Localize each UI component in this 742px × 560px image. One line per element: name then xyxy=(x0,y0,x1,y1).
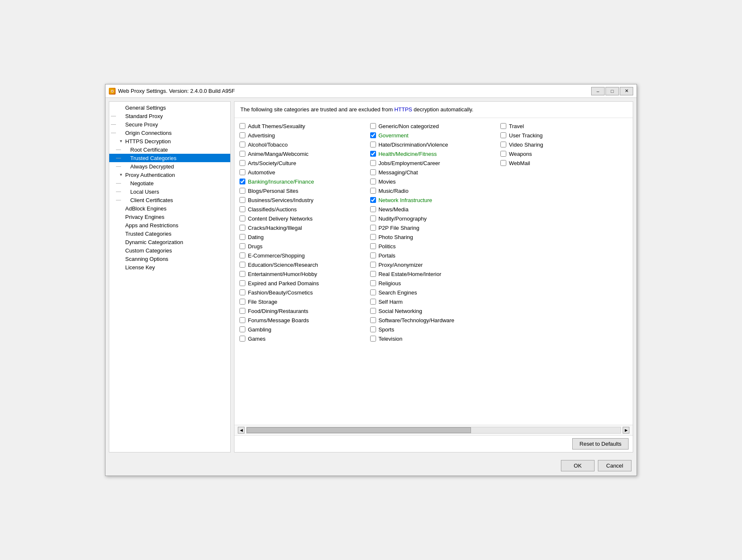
checkbox-software-tech[interactable] xyxy=(370,317,376,323)
checkbox-file-storage[interactable] xyxy=(239,299,245,305)
checkbox-advertising[interactable] xyxy=(239,132,245,138)
checkbox-adult-themes[interactable] xyxy=(239,123,245,129)
checkbox-dating[interactable] xyxy=(239,234,245,240)
checkbox-jobs[interactable] xyxy=(370,160,376,166)
category-label-religious: Religious xyxy=(379,280,401,287)
sidebar-item-local-users[interactable]: Local Users xyxy=(109,187,230,196)
restore-button[interactable]: □ xyxy=(605,87,619,95)
ok-button[interactable]: OK xyxy=(561,460,595,471)
sidebar-item-standard-proxy[interactable]: Standard Proxy xyxy=(109,112,230,120)
checkbox-cracks[interactable] xyxy=(239,225,245,231)
sidebar-item-https-decryption[interactable]: ▼HTTPS Decryption xyxy=(109,137,230,145)
sidebar-label: Always Decrypted xyxy=(129,163,174,170)
sidebar-item-trusted-categories[interactable]: Trusted Categories xyxy=(109,154,230,162)
checkbox-music-radio[interactable] xyxy=(370,188,376,194)
checkbox-banking[interactable] xyxy=(239,179,245,184)
category-label-forums: Forums/Message Boards xyxy=(248,317,309,323)
scroll-left-button[interactable]: ◀ xyxy=(238,427,245,434)
checkbox-messaging[interactable] xyxy=(370,169,376,175)
category-item-news: News/Media xyxy=(370,205,497,214)
sidebar-item-custom-categories[interactable]: Custom Categories xyxy=(109,246,230,255)
checkbox-expired-domains[interactable] xyxy=(239,280,245,286)
sidebar-item-negotiate[interactable]: Negotiate xyxy=(109,179,230,187)
sidebar-item-root-certificate[interactable]: Root Certificate xyxy=(109,145,230,154)
checkbox-games[interactable] xyxy=(239,336,245,342)
checkbox-forums[interactable] xyxy=(239,317,245,323)
sidebar-item-license-key[interactable]: License Key xyxy=(109,263,230,271)
checkbox-nudity[interactable] xyxy=(370,216,376,221)
checkbox-portals[interactable] xyxy=(370,252,376,258)
checkbox-p2p[interactable] xyxy=(370,225,376,231)
checkbox-user-tracking[interactable] xyxy=(500,132,506,138)
sidebar-item-adblock-engines[interactable]: AdBlock Engines xyxy=(109,204,230,213)
checkbox-business[interactable] xyxy=(239,197,245,203)
checkbox-proxy-anonymizer[interactable] xyxy=(370,262,376,268)
checkbox-television[interactable] xyxy=(370,336,376,342)
category-label-messaging: Messaging/Chat xyxy=(379,169,418,176)
checkbox-generic[interactable] xyxy=(370,123,376,129)
checkbox-fashion[interactable] xyxy=(239,289,245,295)
checkbox-sports[interactable] xyxy=(370,326,376,332)
sidebar-item-general-settings[interactable]: General Settings xyxy=(109,103,230,112)
sidebar-item-proxy-authentication[interactable]: ▼Proxy Authentication xyxy=(109,171,230,179)
checkbox-politics[interactable] xyxy=(370,243,376,249)
cancel-button[interactable]: Cancel xyxy=(598,460,631,471)
sidebar-item-dynamic-categorization[interactable]: Dynamic Categorization xyxy=(109,238,230,246)
sidebar-item-secure-proxy[interactable]: Secure Proxy xyxy=(109,120,230,129)
category-label-arts-society: Arts/Society/Culture xyxy=(248,160,296,166)
checkbox-blogs[interactable] xyxy=(239,188,245,194)
close-button[interactable]: ✕ xyxy=(620,87,633,95)
scroll-track[interactable] xyxy=(246,427,621,434)
checkbox-movies[interactable] xyxy=(370,179,376,184)
sidebar-item-always-decrypted[interactable]: Always Decrypted xyxy=(109,162,230,171)
checkbox-health[interactable] xyxy=(370,151,376,157)
checkbox-alcohol-tobacco[interactable] xyxy=(239,142,245,147)
checkbox-search-engines[interactable] xyxy=(370,289,376,295)
category-item-p2p: P2P File Sharing xyxy=(370,223,497,232)
checkbox-news[interactable] xyxy=(370,206,376,212)
category-label-music-radio: Music/Radio xyxy=(379,188,409,194)
category-label-anime-manga: Anime/Manga/Webcomic xyxy=(248,151,308,157)
checkbox-social-networking[interactable] xyxy=(370,308,376,314)
checkbox-education[interactable] xyxy=(239,262,245,268)
checkbox-weapons[interactable] xyxy=(500,151,506,157)
checkbox-ecommerce[interactable] xyxy=(239,252,245,258)
category-item-expired-domains: Expired and Parked Domains xyxy=(239,279,367,288)
checkbox-cdn[interactable] xyxy=(239,216,245,221)
scroll-right-button[interactable]: ▶ xyxy=(623,427,629,434)
sidebar-item-scanning-options[interactable]: Scanning Options xyxy=(109,255,230,263)
scroll-thumb xyxy=(247,427,471,433)
checkbox-food[interactable] xyxy=(239,308,245,314)
checkbox-classifieds[interactable] xyxy=(239,206,245,212)
category-item-blogs: Blogs/Personal Sites xyxy=(239,186,367,195)
sidebar-item-trusted-categories-top[interactable]: Trusted Categories xyxy=(109,229,230,238)
sidebar-item-origin-connections[interactable]: Origin Connections xyxy=(109,129,230,137)
reset-defaults-button[interactable]: Reset to Defaults xyxy=(572,438,629,450)
checkbox-webmail[interactable] xyxy=(500,160,506,166)
checkbox-network-infra[interactable] xyxy=(370,197,376,203)
checkbox-drugs[interactable] xyxy=(239,243,245,249)
checkbox-photo-sharing[interactable] xyxy=(370,234,376,240)
sidebar-label: Secure Proxy xyxy=(124,121,158,128)
category-item-dating: Dating xyxy=(239,232,367,242)
checkbox-hate[interactable] xyxy=(370,142,376,147)
checkbox-self-harm[interactable] xyxy=(370,299,376,305)
checkbox-government[interactable] xyxy=(370,132,376,138)
checkbox-real-estate[interactable] xyxy=(370,271,376,277)
checkbox-religious[interactable] xyxy=(370,280,376,286)
checkbox-anime-manga[interactable] xyxy=(239,151,245,157)
title-bar: Web Proxy Settings. Version: 2.4.0.0 Bui… xyxy=(105,84,637,98)
minimize-button[interactable]: – xyxy=(591,87,605,95)
sidebar-item-apps-and-restrictions[interactable]: Apps and Restrictions xyxy=(109,221,230,229)
checkbox-gambling[interactable] xyxy=(239,326,245,332)
checkbox-arts-society[interactable] xyxy=(239,160,245,166)
checkbox-entertainment[interactable] xyxy=(239,271,245,277)
checkbox-automotive[interactable] xyxy=(239,169,245,175)
category-item-messaging: Messaging/Chat xyxy=(370,168,497,177)
sidebar-item-privacy-engines[interactable]: Privacy Engines xyxy=(109,213,230,221)
sidebar-item-client-certificates[interactable]: Client Certificates xyxy=(109,196,230,204)
category-item-webmail: WebMail xyxy=(500,158,628,168)
checkbox-travel[interactable] xyxy=(500,123,506,129)
category-item-search-engines: Search Engines xyxy=(370,288,497,297)
checkbox-video-sharing[interactable] xyxy=(500,142,506,147)
